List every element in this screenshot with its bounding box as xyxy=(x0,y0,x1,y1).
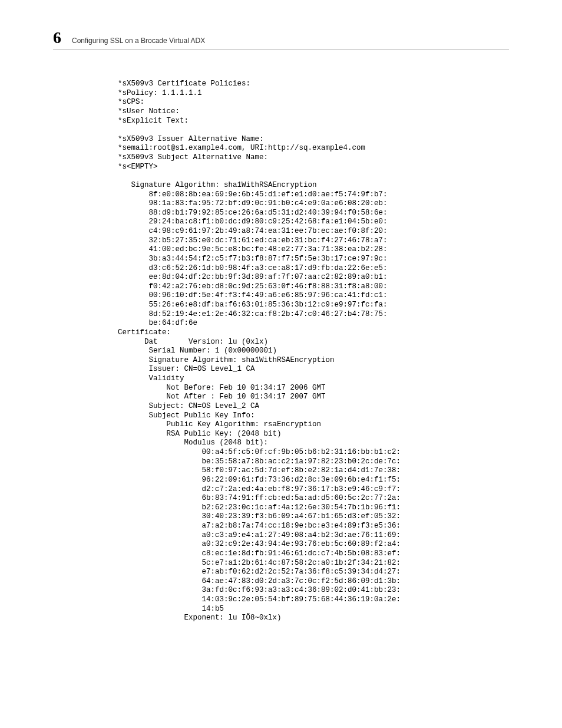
code-block: *sX509v3 Certificate Policies: *sPolicy:… xyxy=(118,80,509,623)
chapter-title: Configuring SSL on a Brocade Virtual ADX xyxy=(72,37,205,45)
page-header: 6 Configuring SSL on a Brocade Virtual A… xyxy=(53,29,509,50)
page: 6 Configuring SSL on a Brocade Virtual A… xyxy=(0,0,562,728)
chapter-number: 6 xyxy=(53,29,61,46)
